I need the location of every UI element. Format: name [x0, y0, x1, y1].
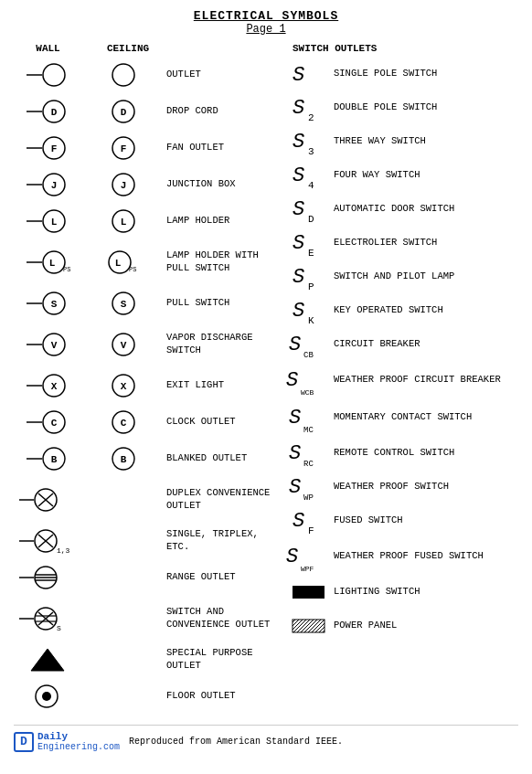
- switch-pilot-desc: SWITCH AND PILOT LAMP: [334, 270, 518, 283]
- list-item: L PS L PS LAMP HOLDER WITH PULL SWITCH: [14, 240, 279, 284]
- list-item: S P SWITCH AND PILOT LAMP: [283, 260, 518, 293]
- ceil-outlet-symbol: [80, 62, 166, 88]
- ceil-lamppull-symbol: L PS: [80, 246, 166, 279]
- svg-text:S: S: [289, 442, 301, 465]
- svg-text:C: C: [120, 418, 126, 429]
- svg-text:CB: CB: [303, 351, 314, 360]
- right-section: S SINGLE POLE SWITCH S 2 DOUBLE POLE SWI…: [279, 58, 518, 716]
- svg-text:V: V: [50, 340, 57, 351]
- svg-text:S: S: [293, 232, 304, 255]
- switch-double-desc: DOUBLE POLE SWITCH: [334, 101, 518, 114]
- list-item: DUPLEX CONVENIENCE OUTLET: [14, 478, 279, 522]
- exit-desc: EXIT LIGHT: [166, 379, 279, 392]
- list-item: OUTLET: [14, 58, 279, 92]
- svg-text:L: L: [114, 258, 121, 269]
- floor-desc: FLOOR OUTLET: [166, 690, 279, 703]
- list-item: S RC REMOTE CONTROL SWITCH: [283, 437, 518, 470]
- title-block: ELECTRICAL SYMBOLS Page 1: [14, 9, 518, 36]
- switch-header: SWITCH OUTLETS: [283, 43, 518, 54]
- list-item: S WPF WEATHER PROOF FUSED SWITCH: [283, 538, 518, 575]
- switch-key-desc: KEY OPERATED SWITCH: [334, 304, 518, 317]
- svg-text:S: S: [293, 266, 304, 289]
- left-section: OUTLET D D DROP CORD: [14, 58, 279, 716]
- svg-text:S: S: [289, 334, 301, 356]
- list-item: C C CLOCK OUTLET: [14, 405, 279, 440]
- switch-cb-desc: CIRCUIT BREAKER: [334, 338, 518, 351]
- wall-dropcord-symbol: D: [14, 98, 80, 125]
- svg-text:2: 2: [308, 112, 314, 123]
- ceiling-header: CEILING: [82, 43, 174, 54]
- svg-text:C: C: [50, 418, 57, 429]
- svg-text:L: L: [50, 217, 57, 228]
- list-item: F F FAN OUTLET: [14, 131, 279, 165]
- ceil-fan-symbol: F: [80, 135, 166, 161]
- lamp-desc: LAMP HOLDER: [166, 215, 279, 228]
- list-item: S E ELECTROLIER SWITCH: [283, 227, 518, 260]
- svg-text:RC: RC: [303, 460, 314, 469]
- svg-text:S: S: [293, 131, 304, 154]
- page-title: ELECTRICAL SYMBOLS: [14, 9, 518, 23]
- range-desc: RANGE OUTLET: [166, 571, 279, 584]
- svg-text:S: S: [286, 369, 298, 392]
- switch-single-symbol: S: [283, 58, 334, 90]
- svg-point-2: [112, 64, 134, 86]
- logo-text: Daily Engineering.com: [37, 731, 120, 752]
- footer-credit: Reproduced from American Standard IEEE.: [129, 737, 343, 747]
- switch-lighting-symbol: [283, 578, 334, 606]
- list-item: RANGE OUTLET: [14, 560, 279, 595]
- svg-rect-108: [293, 586, 325, 599]
- list-item: B B BLANKED OUTLET: [14, 441, 279, 476]
- svg-text:D: D: [50, 107, 57, 118]
- blanked-desc: BLANKED OUTLET: [166, 452, 279, 465]
- ceil-blanked-symbol: B: [80, 446, 166, 472]
- wall-fan-symbol: F: [14, 134, 80, 162]
- switch-three-desc: THREE WAY SWITCH: [334, 135, 518, 148]
- ceil-lamp-symbol: L: [80, 208, 166, 234]
- list-item: V V VAPOR DISCHARGE SWITCH: [14, 323, 279, 366]
- svg-text:WP: WP: [303, 493, 314, 503]
- wall-clock-symbol: C: [14, 408, 80, 436]
- wall-switchconv-symbol: S: [14, 601, 80, 636]
- switch-mc-desc: MOMENTARY CONTACT SWITCH: [334, 411, 518, 424]
- list-item: S 2 DOUBLE POLE SWITCH: [283, 91, 518, 124]
- switch-key-symbol: S K: [283, 294, 334, 327]
- switch-elec-symbol: S E: [283, 227, 334, 260]
- ceil-junction-symbol: J: [80, 172, 166, 197]
- main-content: OUTLET D D DROP CORD: [14, 58, 518, 716]
- wall-exit-symbol: X: [14, 372, 80, 399]
- switch-four-desc: FOUR WAY SWITCH: [334, 169, 518, 182]
- list-item: D D DROP CORD: [14, 94, 279, 129]
- logo-name: Daily: [37, 731, 120, 742]
- svg-text:B: B: [120, 454, 126, 465]
- list-item: LIGHTING SWITCH: [283, 576, 518, 609]
- svg-text:MC: MC: [303, 426, 314, 435]
- wall-lamppull-symbol: L PS: [14, 246, 80, 279]
- switch-pilot-symbol: S P: [283, 260, 334, 293]
- svg-rect-109: [293, 620, 325, 632]
- list-item: S D AUTOMATIC DOOR SWITCH: [283, 193, 518, 226]
- list-item: 1,3 SINGLE, TRIPLEX, ETC.: [14, 524, 279, 558]
- switch-power-symbol: [283, 612, 334, 640]
- clock-desc: CLOCK OUTLET: [166, 416, 279, 429]
- svg-text:J: J: [50, 180, 57, 191]
- switch-double-symbol: S 2: [283, 91, 334, 124]
- switch-rc-symbol: S RC: [283, 437, 334, 470]
- switch-fused-desc: FUSED SWITCH: [334, 514, 518, 527]
- svg-text:X: X: [50, 381, 57, 392]
- desc-spacer: [174, 43, 283, 54]
- svg-text:S: S: [293, 300, 304, 323]
- wall-duplex-symbol: [14, 482, 80, 517]
- logo: D Daily Engineering.com: [14, 731, 120, 752]
- wall-lamp-symbol: L: [14, 207, 80, 235]
- svg-text:F: F: [120, 143, 126, 154]
- svg-text:X: X: [120, 381, 126, 392]
- fan-desc: FAN OUTLET: [166, 142, 279, 154]
- pull-desc: PULL SWITCH: [166, 297, 279, 310]
- svg-marker-76: [31, 649, 64, 671]
- svg-text:WCB: WCB: [301, 388, 314, 397]
- ceil-clock-symbol: C: [80, 409, 166, 435]
- list-item: J J JUNCTION BOX: [14, 167, 279, 202]
- svg-text:S: S: [120, 299, 126, 310]
- svg-text:S: S: [289, 476, 301, 499]
- switch-elec-desc: ELECTROLIER SWITCH: [334, 237, 518, 249]
